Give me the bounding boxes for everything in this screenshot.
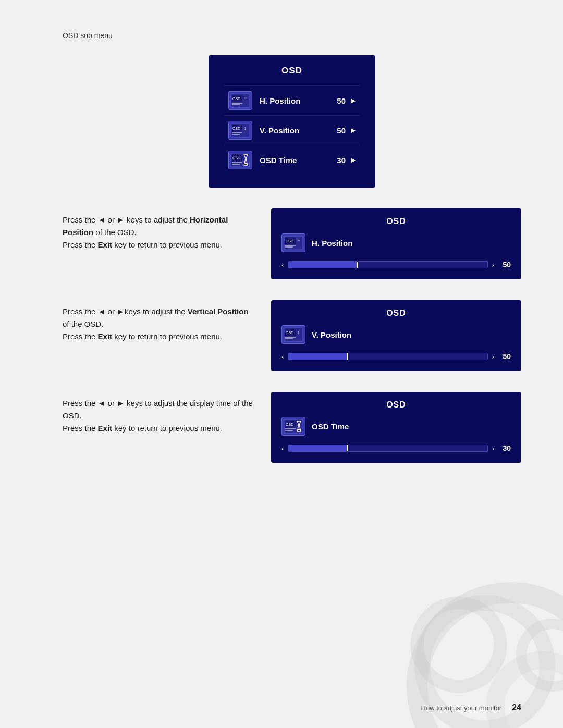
osd-time-icon: OSD [228,151,252,169]
svg-text:↕: ↕ [244,126,247,131]
svg-text:OSD: OSD [286,423,293,426]
svg-point-4 [521,624,563,686]
section-h-position: Press the ◄ or ► keys to adjust the Hori… [63,208,521,279]
v-pos-panel-title: OSD [282,309,511,318]
v-pos-sub-icon: OSD ↕ [282,325,305,344]
footer-page-number: 24 [512,703,521,712]
h-position-icon: OSD ↔ [228,91,252,110]
section-osd-time-text: Press the ◄ or ► keys to adjust the disp… [63,392,255,435]
svg-text:↔: ↔ [243,95,248,101]
v-pos-slider-value: 50 [498,352,511,361]
h-pos-slider-track [288,261,487,268]
h-position-arrow: ▶ [351,97,356,104]
v-position-sub-panel: OSD OSD ↕ V. Position [271,300,521,371]
h-pos-sub-icon: OSD ↔ [282,233,305,252]
v-pos-sub-label: V. Position [312,330,351,339]
menu-item-osd-time: OSD OSD Time 30 ▶ [224,145,360,175]
osd-time-item-header: OSD OSD Time [282,417,511,436]
main-osd-panel: OSD OSD ↔ H. Position 50 ▶ [209,55,375,188]
osd-time-sub-panel: OSD OSD [271,392,521,463]
v-position-icon: OSD ↕ [228,121,252,140]
svg-text:OSD: OSD [286,331,293,335]
v-pos-slider-fill [288,353,348,360]
h-pos-slider-row: ‹ › 50 [282,261,511,269]
section-osd-time: Press the ◄ or ► keys to adjust the disp… [63,392,521,463]
svg-text:↕: ↕ [297,330,300,335]
main-osd-container: OSD OSD ↔ H. Position 50 ▶ [63,55,521,188]
page-subtitle: OSD sub menu [63,31,521,40]
section-osd-time-panel: OSD OSD [271,392,521,463]
v-position-value: 50 [337,126,346,135]
h-pos-left-arrow: ‹ [282,261,284,269]
footer: How to adjust your monitor 24 [421,703,521,712]
svg-text:OSD: OSD [286,239,293,243]
v-pos-left-arrow: ‹ [282,353,284,361]
section-h-position-panel: OSD OSD ↔ H. Position [271,208,521,279]
osd-time-arrow: ▶ [351,156,356,164]
v-pos-right-arrow: › [492,353,494,361]
v-position-arrow: ▶ [351,127,356,134]
h-pos-right-arrow: › [492,261,494,269]
svg-text:OSD: OSD [232,97,240,101]
footer-label: How to adjust your monitor [421,704,502,712]
h-position-value: 50 [337,96,346,105]
section-v-position-panel: OSD OSD ↕ V. Position [271,300,521,371]
v-pos-item-header: OSD ↕ V. Position [282,325,511,344]
osd-time-slider-row: ‹ › 30 [282,444,511,452]
svg-point-2 [417,603,500,686]
svg-text:OSD: OSD [232,156,240,160]
h-pos-sub-label: H. Position [312,239,352,248]
h-pos-slider-value: 50 [498,261,511,269]
svg-text:↔: ↔ [297,238,301,243]
menu-item-v-position: OSD ↕ V. Position 50 ▶ [224,115,360,145]
v-pos-slider-row: ‹ › 50 [282,352,511,361]
main-osd-title: OSD [224,66,360,76]
osd-time-slider-track [288,445,487,452]
osd-time-slider-value: 30 [498,444,511,452]
h-pos-panel-title: OSD [282,217,511,226]
h-position-label: H. Position [260,96,337,105]
h-pos-slider-fill [288,262,358,268]
h-position-sub-panel: OSD OSD ↔ H. Position [271,208,521,279]
osd-time-right-arrow: › [492,445,494,452]
section-v-position-text: Press the ◄ or ►keys to adjust the Verti… [63,300,255,343]
svg-point-3 [495,660,563,728]
menu-item-h-position: OSD ↔ H. Position 50 ▶ [224,85,360,115]
v-pos-slider-track [288,353,487,360]
osd-time-label: OSD Time [260,156,337,165]
osd-time-panel-title: OSD [282,400,511,410]
h-pos-item-header: OSD ↔ H. Position [282,233,511,252]
osd-time-value: 30 [337,156,346,165]
section-h-position-text: Press the ◄ or ► keys to adjust the Hori… [63,208,255,251]
osd-time-sub-icon: OSD [282,417,305,436]
section-v-position: Press the ◄ or ►keys to adjust the Verti… [63,300,521,371]
osd-time-slider-fill [288,445,348,451]
v-position-label: V. Position [260,126,337,135]
osd-time-sub-label: OSD Time [312,422,349,431]
svg-text:OSD: OSD [232,127,240,130]
osd-time-left-arrow: ‹ [282,445,284,452]
